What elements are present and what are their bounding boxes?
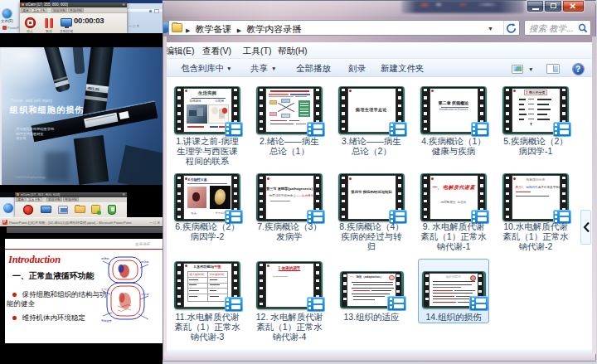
svg-text:毛细血管: 毛细血管: [101, 319, 112, 323]
svg-text:肺动脉: 肺动脉: [141, 260, 149, 264]
svg-text:肺静脉: 肺静脉: [101, 257, 109, 260]
svg-text:右心房: 右心房: [141, 292, 149, 296]
svg-text:左心室: 左心室: [101, 287, 109, 291]
